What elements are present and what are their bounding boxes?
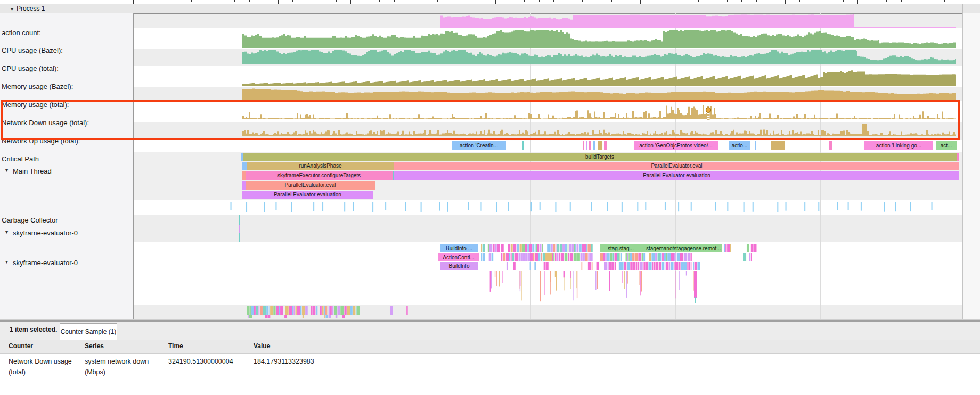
flame-sliver[interactable] [684,262,687,270]
flame-drip[interactable] [641,271,642,292]
counter-track-net-down[interactable] [242,105,956,119]
gc-tick[interactable] [678,202,679,211]
flame-sliver[interactable] [659,262,662,270]
flame-sliver[interactable] [513,262,515,270]
flame-drip[interactable] [622,271,623,283]
flame-sliver[interactable] [555,253,557,261]
flame-sliver[interactable] [535,253,538,261]
flame-drip[interactable] [640,271,641,295]
flame-drip[interactable] [490,271,491,292]
flame-sliver[interactable] [289,306,292,315]
gc-tick[interactable] [421,202,422,212]
critical-path-sliver[interactable] [586,141,587,150]
flame-drip[interactable] [577,271,577,298]
flame-sliver[interactable] [679,262,680,270]
gc-tick[interactable] [264,202,265,212]
flame-sliver[interactable] [611,262,614,270]
flame-sliver[interactable] [329,306,330,315]
flame-sliver[interactable] [620,262,624,270]
flame-sliver[interactable] [534,262,536,270]
flame-sliver[interactable] [619,253,620,261]
flame-sliver[interactable] [329,315,331,318]
flame-sliver[interactable] [590,253,593,261]
flame-sliver[interactable] [525,244,527,252]
flame-sliver[interactable] [538,253,540,261]
flame-sliver[interactable] [527,244,529,252]
flame-drip[interactable] [627,271,627,284]
gc-tick[interactable] [508,202,509,211]
flame-sliver[interactable] [669,262,670,270]
flame-sliver[interactable] [497,244,500,252]
flame-sliver[interactable] [569,244,571,252]
gc-tick[interactable] [861,202,862,211]
flame-sliver[interactable] [267,315,270,318]
flame-sliver[interactable] [627,262,630,270]
critical-path-sliver[interactable] [755,141,756,150]
flame-drip[interactable] [520,271,520,286]
gc-tick[interactable] [691,202,692,211]
flame-sliver[interactable] [575,244,576,252]
gc-tick[interactable] [753,202,754,212]
gc-tick[interactable] [622,202,623,212]
flame-sliver[interactable] [280,306,283,315]
col-series[interactable]: Series [85,342,104,350]
flame-sliver[interactable] [646,262,648,270]
gc-tick[interactable] [607,202,608,211]
flame-sliver[interactable] [681,262,684,270]
flame-sliver[interactable] [688,262,690,270]
flame-sliver[interactable] [615,262,616,270]
timeline-area[interactable]: action 'Creatin...action 'GenObjcProtos … [0,0,980,319]
collapse-triangle-icon[interactable]: ▾ [5,229,8,235]
flame-sliver[interactable] [724,244,725,252]
flame-sliver[interactable] [270,306,273,315]
main-thread-span[interactable]: ParallelEvaluator.eval [246,181,375,190]
flame-sliver[interactable] [684,253,687,261]
flame-sliver[interactable] [642,253,643,261]
flame-sliver[interactable] [530,253,533,261]
gc-tick[interactable] [777,202,778,212]
flame-sliver[interactable] [664,253,666,261]
flame-sliver[interactable] [350,306,353,315]
col-counter[interactable]: Counter [9,342,33,350]
flame-sliver[interactable] [633,262,634,270]
flame-sliver[interactable] [570,253,573,261]
flame-sliver[interactable] [501,253,502,261]
flame-drip[interactable] [491,271,492,288]
flame-sliver[interactable] [334,306,337,315]
flame-sliver[interactable] [260,306,263,315]
gc-tick[interactable] [715,202,716,211]
flame-sliver[interactable] [340,306,342,315]
main-thread-span[interactable]: buildTargets [243,153,957,161]
flame-sliver[interactable] [529,244,532,252]
flame-sliver[interactable] [583,253,584,261]
flame-sliver[interactable] [553,244,555,252]
sidebar-item-skyframe-evaluator-0-2[interactable]: ▾skyframe-evaluator-0 [0,259,132,267]
sidebar-item-main-thread[interactable]: ▾Main Thread [0,167,132,175]
flame-sliver[interactable] [675,253,676,261]
flame-sliver[interactable] [575,253,577,261]
flame-sliver[interactable] [651,253,655,261]
selected-counter-sample-marker[interactable] [706,108,711,112]
main-thread-span[interactable]: runAnalysisPhase [247,162,394,170]
flame-sliver[interactable] [610,253,612,261]
critical-path-span[interactable]: act... [936,141,957,150]
flame-sliver[interactable] [582,262,583,270]
gc-tick[interactable] [837,202,838,210]
flame-sliver[interactable] [680,253,683,261]
flame-sliver[interactable] [483,244,485,252]
flame-sliver[interactable] [619,262,620,270]
gc-tick[interactable] [910,202,911,211]
flame-sliver[interactable] [279,306,280,315]
critical-path-sliver[interactable] [829,141,832,150]
critical-path-sliver[interactable] [589,141,591,150]
flame-sliver[interactable] [522,244,525,252]
flame-drip[interactable] [499,271,500,286]
gc-tick[interactable] [344,202,345,211]
gc-tick[interactable] [665,202,666,210]
flame-sliver[interactable] [591,244,593,252]
flame-drip[interactable] [679,271,679,290]
flame-sliver[interactable] [671,262,674,270]
flame-sliver[interactable] [342,315,345,318]
gc-tick[interactable] [637,202,638,211]
flame-sliver[interactable] [503,253,505,261]
